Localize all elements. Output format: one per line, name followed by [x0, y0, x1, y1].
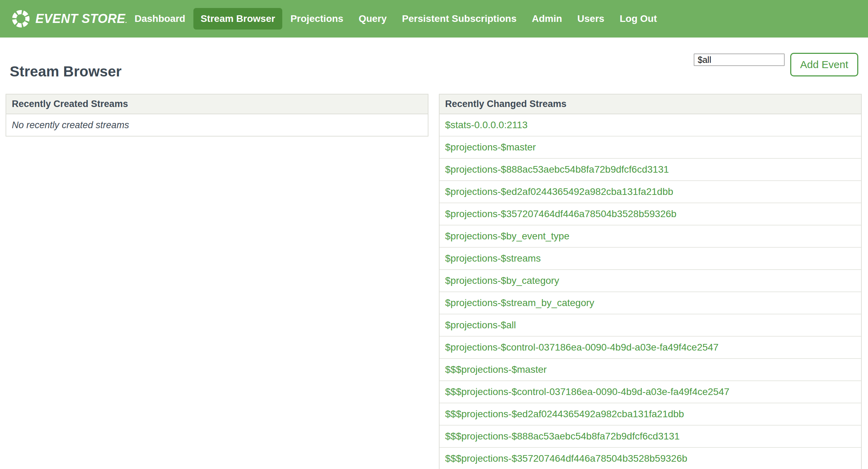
- nav-item-persistent-subscriptions[interactable]: Persistent Subscriptions: [395, 8, 524, 30]
- stream-row: $projections-$master: [440, 137, 861, 159]
- stream-link[interactable]: $projections-$master: [445, 142, 536, 153]
- stream-link[interactable]: $$$projections-$ed2af0244365492a982cba13…: [445, 409, 684, 419]
- stream-row: $projections-$357207464df446a78504b3528b…: [440, 203, 861, 225]
- main-content: Stream Browser Add Event Recently Create…: [0, 38, 868, 469]
- stream-row: $projections-$stream_by_category: [440, 292, 861, 314]
- stream-row: $$$projections-$master: [440, 359, 861, 381]
- stream-row: $$$projections-$888ac53aebc54b8fa72b9dfc…: [440, 426, 861, 448]
- event-store-logo[interactable]: EVENT STORE.: [12, 10, 127, 28]
- stream-row: $$$projections-$357207464df446a78504b352…: [440, 448, 861, 469]
- recently-changed-streams-panel: Recently Changed Streams $stats-0.0.0.0:…: [439, 94, 862, 469]
- recently-created-streams-panel: Recently Created Streams No recently cre…: [6, 94, 428, 137]
- main-nav: DashboardStream BrowserProjectionsQueryP…: [127, 8, 664, 30]
- no-created-streams-message: No recently created streams: [6, 114, 428, 136]
- stream-row: $$$projections-$control-037186ea-0090-4b…: [440, 381, 861, 403]
- nav-item-dashboard[interactable]: Dashboard: [127, 8, 192, 30]
- stream-row: $projections-$by_event_type: [440, 225, 861, 248]
- stream-link[interactable]: $projections-$357207464df446a78504b3528b…: [445, 208, 676, 219]
- page-header: Stream Browser Add Event: [0, 38, 868, 80]
- nav-item-stream-browser[interactable]: Stream Browser: [193, 8, 283, 30]
- stream-row: $projections-$ed2af0244365492a982cba131f…: [440, 181, 861, 203]
- stream-link[interactable]: $projections-$stream_by_category: [445, 297, 594, 308]
- event-store-logo-icon: [12, 10, 30, 28]
- recently-created-streams-title: Recently Created Streams: [6, 94, 428, 114]
- stream-row: $$$projections-$ed2af0244365492a982cba13…: [440, 403, 861, 426]
- stream-link[interactable]: $$$projections-$888ac53aebc54b8fa72b9dfc…: [445, 431, 680, 442]
- stream-link[interactable]: $stats-0.0.0.0:2113: [445, 120, 528, 130]
- stream-link[interactable]: $projections-$888ac53aebc54b8fa72b9dfcf6…: [445, 164, 669, 175]
- stream-link[interactable]: $projections-$ed2af0244365492a982cba131f…: [445, 186, 673, 197]
- brand-name: EVENT STORE.: [35, 11, 127, 26]
- stream-link[interactable]: $$$projections-$control-037186ea-0090-4b…: [445, 386, 729, 397]
- stream-row: $projections-$streams: [440, 248, 861, 270]
- recently-changed-streams-title: Recently Changed Streams: [440, 94, 861, 114]
- page-title: Stream Browser: [10, 54, 122, 80]
- stream-link[interactable]: $$$projections-$357207464df446a78504b352…: [445, 453, 687, 464]
- stream-row: $projections-$by_category: [440, 270, 861, 292]
- recently-changed-streams-list: $stats-0.0.0.0:2113$projections-$master$…: [440, 114, 861, 469]
- nav-item-projections[interactable]: Projections: [283, 8, 350, 30]
- recently-created-streams-list: No recently created streams: [6, 114, 428, 136]
- top-navbar: EVENT STORE. DashboardStream BrowserProj…: [0, 0, 868, 38]
- stream-row: $projections-$888ac53aebc54b8fa72b9dfcf6…: [440, 159, 861, 181]
- stream-row: $stats-0.0.0.0:2113: [440, 114, 861, 137]
- nav-item-admin[interactable]: Admin: [525, 8, 569, 30]
- stream-link[interactable]: $projections-$by_event_type: [445, 231, 569, 241]
- add-event-button[interactable]: Add Event: [790, 53, 858, 76]
- stream-link[interactable]: $projections-$by_category: [445, 275, 559, 286]
- panels-container: Recently Created Streams No recently cre…: [0, 94, 868, 469]
- stream-row: $projections-$all: [440, 314, 861, 337]
- stream-link[interactable]: $projections-$all: [445, 320, 516, 330]
- nav-item-log-out[interactable]: Log Out: [612, 8, 664, 30]
- stream-name-input[interactable]: [694, 54, 785, 66]
- header-controls: Add Event: [694, 54, 858, 76]
- nav-item-query[interactable]: Query: [351, 8, 394, 30]
- nav-item-users[interactable]: Users: [570, 8, 612, 30]
- stream-link[interactable]: $$$projections-$master: [445, 364, 547, 375]
- stream-row: $projections-$control-037186ea-0090-4b9d…: [440, 337, 861, 359]
- stream-link[interactable]: $projections-$control-037186ea-0090-4b9d…: [445, 342, 719, 353]
- stream-link[interactable]: $projections-$streams: [445, 253, 541, 264]
